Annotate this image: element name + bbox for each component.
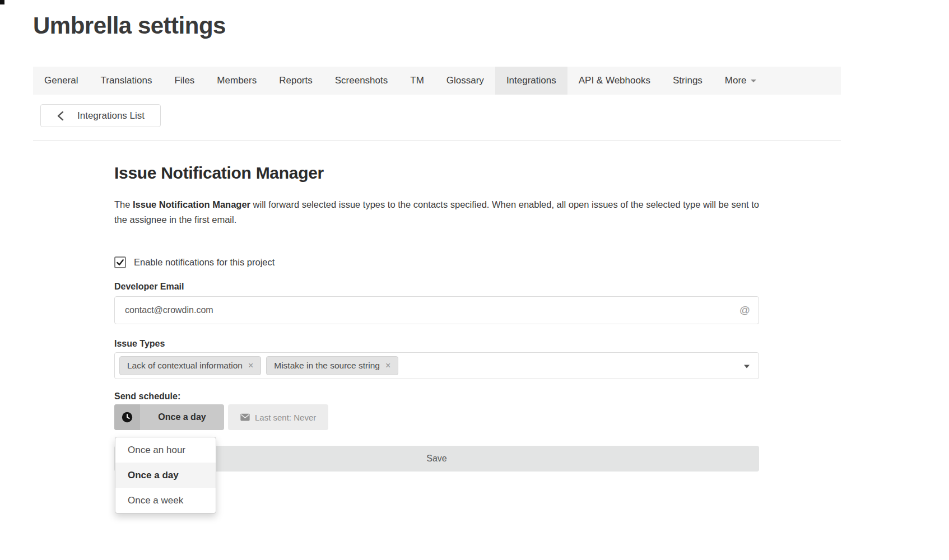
last-sent-status: Last sent: Never — [228, 404, 328, 430]
remove-tag-icon[interactable]: × — [248, 361, 253, 370]
schedule-option-once-a-day[interactable]: Once a day — [115, 463, 216, 488]
remove-tag-icon[interactable]: × — [385, 361, 390, 370]
tab-reports[interactable]: Reports — [268, 67, 324, 95]
description-prefix: The — [114, 199, 133, 209]
schedule-option-once-an-hour[interactable]: Once an hour — [115, 437, 216, 463]
clock-icon — [121, 411, 133, 423]
integration-panel: Issue Notification Manager The Issue Not… — [114, 164, 759, 472]
tab-tm[interactable]: TM — [399, 67, 435, 95]
back-button-label: Integrations List — [77, 110, 145, 122]
tab-glossary[interactable]: Glossary — [435, 67, 495, 95]
send-schedule-label: Send schedule: — [114, 391, 759, 402]
schedule-row: Once a day Last sent: Never Once an hour… — [114, 404, 759, 430]
schedule-icon-segment — [114, 404, 140, 430]
tab-screenshots[interactable]: Screenshots — [324, 67, 399, 95]
enable-notifications-label[interactable]: Enable notifications for this project — [134, 257, 275, 268]
page-title: Umbrella settings — [33, 12, 226, 39]
issue-types-label: Issue Types — [114, 339, 759, 349]
schedule-dropdown-menu: Once an hour Once a day Once a week — [115, 437, 216, 514]
integration-heading: Issue Notification Manager — [114, 164, 759, 183]
issue-types-select[interactable]: Lack of contextual information × Mistake… — [114, 352, 759, 379]
chevron-down-icon[interactable] — [744, 365, 750, 368]
enable-notifications-row: Enable notifications for this project — [114, 256, 759, 268]
developer-email-label: Developer Email — [114, 282, 759, 292]
screen-corner-artifact — [0, 0, 4, 4]
schedule-option-once-a-week[interactable]: Once a week — [115, 488, 216, 513]
issue-type-tag-label: Lack of contextual information — [127, 361, 243, 371]
issue-type-tag: Mistake in the source string × — [266, 356, 398, 375]
developer-email-input[interactable] — [114, 296, 759, 324]
settings-page: Umbrella settings General Translations F… — [0, 0, 949, 560]
envelope-icon — [240, 413, 250, 421]
chevron-left-icon — [57, 111, 65, 121]
enable-notifications-checkbox[interactable] — [114, 256, 126, 268]
tab-translations[interactable]: Translations — [89, 67, 163, 95]
checkmark-icon — [116, 258, 124, 267]
schedule-dropdown-button[interactable]: Once a day — [114, 404, 224, 430]
tab-integrations[interactable]: Integrations — [495, 67, 567, 95]
description-bold: Issue Notification Manager — [133, 199, 250, 209]
section-divider — [33, 140, 841, 141]
last-sent-label: Last sent: Never — [255, 413, 316, 422]
tab-more-label: More — [725, 75, 747, 86]
tab-more[interactable]: More — [714, 67, 767, 95]
tab-general[interactable]: General — [33, 67, 89, 95]
integrations-list-back-button[interactable]: Integrations List — [40, 104, 161, 127]
issue-type-tag: Lack of contextual information × — [119, 356, 261, 375]
chevron-down-icon — [751, 80, 756, 82]
tab-files[interactable]: Files — [163, 67, 206, 95]
at-sign-icon: @ — [739, 304, 750, 316]
settings-tabbar: General Translations Files Members Repor… — [33, 67, 841, 95]
developer-email-wrap: @ — [114, 296, 759, 324]
schedule-button-label: Once a day — [140, 404, 224, 430]
issue-type-tag-label: Mistake in the source string — [274, 361, 380, 371]
tab-members[interactable]: Members — [206, 67, 268, 95]
integration-description: The Issue Notification Manager will forw… — [114, 197, 759, 227]
tab-strings[interactable]: Strings — [662, 67, 714, 95]
tab-api-webhooks[interactable]: API & Webhooks — [567, 67, 662, 95]
